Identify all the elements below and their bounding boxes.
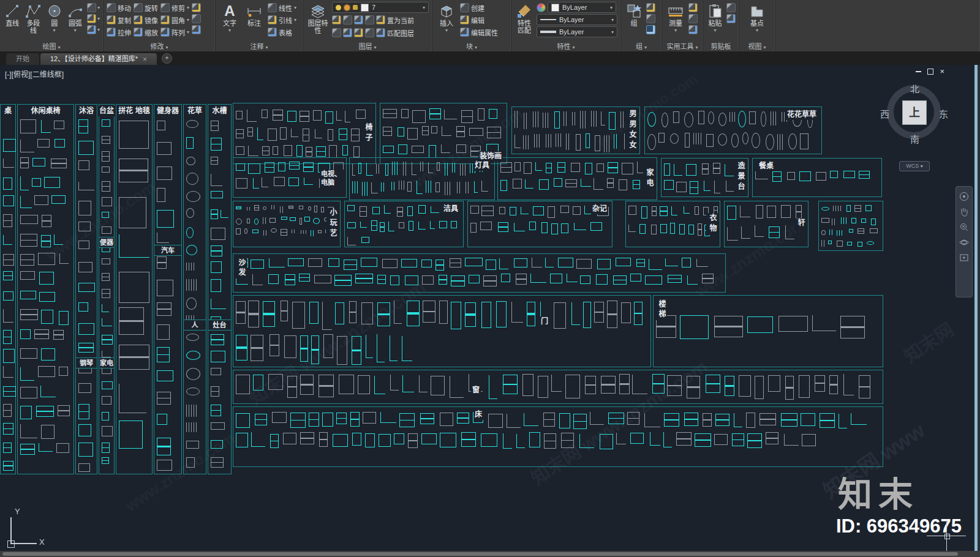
text-button[interactable]: A 文字 ▾ <box>219 2 241 33</box>
dropdown-arrow-icon: ▾ <box>187 29 189 35</box>
scrollbar-thumb[interactable] <box>2 552 958 556</box>
viewcube-south[interactable]: 南 <box>910 132 919 145</box>
ribbon-button-创建[interactable]: 创建 <box>460 2 498 13</box>
layer-properties-button[interactable]: 图层特性 <box>306 2 330 34</box>
layer-lock2-icon[interactable] <box>365 28 374 37</box>
point-style-icon[interactable] <box>688 14 698 23</box>
layer-on-all-icon[interactable] <box>354 28 363 37</box>
tab-close-icon[interactable]: × <box>143 56 147 63</box>
explode-tool-icon[interactable] <box>192 14 201 23</box>
circle-button[interactable]: 圆 ▾ <box>45 2 64 33</box>
panel-label-modify[interactable]: 修改▾ <box>104 42 215 51</box>
cut-icon[interactable] <box>726 3 736 12</box>
layer-freeze-icon[interactable] <box>343 15 352 24</box>
column-sublabel-汽车: 汽车 <box>154 245 181 256</box>
zoom-extents-icon[interactable] <box>959 222 969 232</box>
layer-thaw-all-icon[interactable] <box>343 28 352 37</box>
ribbon-button-编辑属性[interactable]: 编辑属性 <box>460 26 498 38</box>
viewport-controls[interactable]: [-][俯视][二维线框] <box>5 69 64 79</box>
layer-dropdown[interactable]: 7 ▾ <box>332 2 429 13</box>
cad-glyph <box>236 433 248 447</box>
layer-unlock-icon[interactable] <box>365 15 374 24</box>
ellipse-tool-icon[interactable] <box>87 14 96 23</box>
new-tab-button[interactable]: + <box>162 53 172 64</box>
panel-label-clipboard[interactable]: 剪贴板 <box>703 42 739 51</box>
color-wheel-icon[interactable] <box>537 3 546 12</box>
ribbon-button-线性[interactable]: 线性▾ <box>268 2 296 13</box>
ribbon-button-阵列[interactable]: 阵列▾ <box>160 26 189 38</box>
match-layer-button[interactable]: 匹配图层 <box>376 27 414 39</box>
group-selection-toggle-icon[interactable] <box>646 25 655 34</box>
dimension-button[interactable]: 标注 <box>243 2 265 27</box>
offset-tool-icon[interactable] <box>192 25 201 34</box>
copy-clip-icon[interactable] <box>726 14 736 23</box>
close-icon[interactable]: × <box>940 69 944 75</box>
cad-glyph <box>435 260 444 271</box>
ribbon-button-编辑[interactable]: 编辑 <box>460 14 498 26</box>
cad-glyph <box>157 233 169 243</box>
cad-glyph <box>594 178 603 190</box>
layer-unisolate-icon[interactable] <box>332 28 341 37</box>
id-point-icon[interactable] <box>688 3 698 12</box>
ribbon-button-修剪[interactable]: 修剪▾ <box>160 2 189 13</box>
tab-drawing-active[interactable]: 12、【设计师必备】精湛图库* × <box>40 53 157 65</box>
ribbon-button-镜像[interactable]: 镜像 <box>134 14 158 26</box>
group-button[interactable]: 组 <box>624 2 644 27</box>
linetype-dropdown[interactable]: ByLayer ▾ <box>537 14 617 25</box>
panel-label-block[interactable]: 块▾ <box>432 42 511 51</box>
lineweight-dropdown[interactable]: ByLayer ▾ <box>537 26 617 37</box>
tab-start[interactable]: 开始 <box>6 53 39 65</box>
measure-button[interactable]: 测量 ▾ <box>665 2 686 33</box>
minimize-icon[interactable] <box>916 71 921 72</box>
base-point-button[interactable]: 基点 ▾ <box>747 2 767 33</box>
layer-isolate-icon[interactable] <box>332 15 341 24</box>
set-current-layer-button[interactable]: 置为当前 <box>376 14 414 26</box>
pan-hand-icon[interactable] <box>959 207 969 217</box>
restore-icon[interactable] <box>927 69 933 75</box>
ribbon-button-圆角[interactable]: 圆角▾ <box>160 14 189 26</box>
panel-label-view[interactable]: 视图▾ <box>739 42 775 51</box>
group-edit-icon[interactable] <box>646 3 655 12</box>
panel-label-layers[interactable]: 图层▾ <box>303 42 432 51</box>
polyline-button[interactable]: 多段线 <box>24 2 42 34</box>
cad-glyph <box>102 181 110 192</box>
viewcube[interactable]: 上 北 南 西 东 <box>882 80 946 144</box>
cad-glyph <box>306 147 312 157</box>
panel-label-properties[interactable]: 特性▾ <box>511 42 620 51</box>
viewcube-top-face[interactable]: 上 <box>902 100 927 125</box>
wcs-dropdown[interactable]: WCS ▾ <box>899 161 930 171</box>
paste-button[interactable]: 粘贴 ▾ <box>706 2 724 33</box>
line-button[interactable]: 直线 <box>3 2 21 27</box>
object-color-dropdown[interactable]: ByLayer ▾ <box>548 2 616 13</box>
panel-label-utilities[interactable]: 实用工具▾ <box>662 42 703 51</box>
horizontal-scrollbar[interactable] <box>0 551 980 557</box>
drawing-canvas[interactable]: [-][俯视][二维线框] × 上 北 南 西 东 WCS ▾ Y X 知末 I… <box>0 65 980 557</box>
cad-glyph <box>284 335 296 358</box>
steering-wheel-icon[interactable] <box>959 192 969 201</box>
ribbon-button-复制[interactable]: 复制 <box>107 14 131 26</box>
ribbon-button-旋转[interactable]: 旋转 <box>134 2 158 13</box>
orbit-icon[interactable] <box>959 237 969 247</box>
ribbon-button-表格[interactable]: 表格 <box>268 26 296 38</box>
erase-tool-icon[interactable] <box>192 3 201 12</box>
viewcube-north[interactable]: 北 <box>910 82 919 95</box>
ribbon-button-引线[interactable]: 引线▾ <box>268 14 296 26</box>
quick-calc-icon[interactable] <box>688 25 698 34</box>
ribbon-button-移动[interactable]: 移动 <box>107 2 131 13</box>
rectangle-tool-icon[interactable] <box>87 3 96 12</box>
panel-label-group[interactable]: 组▾ <box>621 42 662 51</box>
arc-button[interactable]: 圆弧 ▾ <box>66 2 85 33</box>
insert-button[interactable]: 插入 ▾ <box>435 2 458 33</box>
ribbon-button-缩放[interactable]: 缩放 <box>134 26 158 38</box>
ribbon-button-拉伸[interactable]: 拉伸 <box>107 26 131 38</box>
layer-off-icon[interactable] <box>354 15 363 24</box>
hatch-tool-icon[interactable] <box>87 25 96 34</box>
ungroup-icon[interactable] <box>646 14 655 23</box>
panel-label-draw[interactable]: 绘图▾ <box>0 42 103 51</box>
cad-glyph <box>51 195 66 204</box>
viewcube-east[interactable]: 东 <box>939 107 948 120</box>
showmotion-icon[interactable] <box>959 253 969 263</box>
viewcube-west[interactable]: 西 <box>880 107 889 120</box>
panel-label-annotate[interactable]: 注释▾ <box>216 42 303 51</box>
match-properties-button[interactable]: 特性匹配 <box>514 2 534 34</box>
